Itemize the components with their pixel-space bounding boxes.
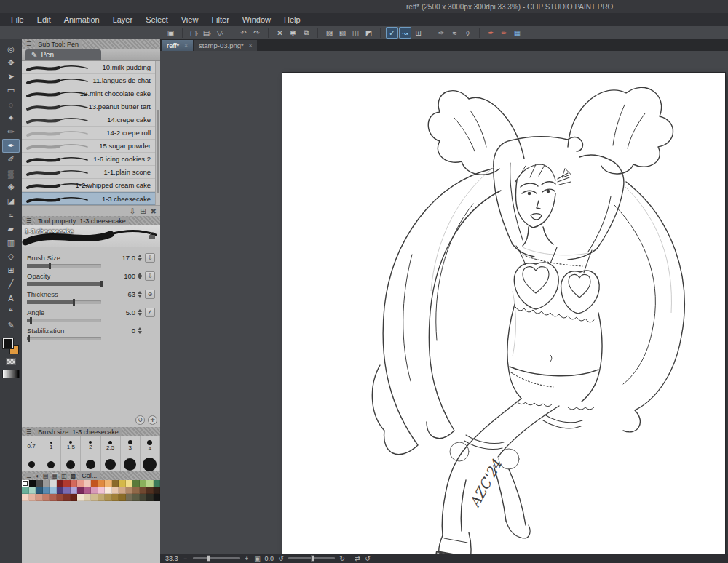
selection-tool[interactable]: ▭ — [2, 84, 20, 97]
param-angle-slider[interactable] — [27, 319, 101, 322]
dropdown-caret-icon[interactable]: ▾ — [221, 31, 223, 36]
detail-settings-button[interactable]: ✛ — [148, 415, 157, 425]
brush-size-option[interactable] — [121, 455, 141, 471]
menu-file[interactable]: File — [4, 13, 31, 26]
correct-line-width-button[interactable]: ✑ — [435, 27, 448, 39]
brush-size-option[interactable]: 4 — [141, 436, 160, 455]
brush-item[interactable]: 12.mint chocolate cake — [22, 87, 160, 100]
param-angle-option-button[interactable]: ∠ — [145, 308, 155, 317]
brush-size-option[interactable]: 0.7 — [22, 436, 41, 455]
color-swatch[interactable] — [36, 480, 43, 487]
color-swatch[interactable] — [36, 494, 43, 501]
brush-size-option[interactable]: 3 — [121, 436, 141, 455]
airbrush-tool[interactable]: ▒ — [2, 167, 20, 180]
color-swatch[interactable] — [63, 480, 71, 487]
restore-defaults-button[interactable]: ↺ — [135, 415, 145, 425]
menu-edit[interactable]: Edit — [31, 13, 58, 26]
panel-menu-icon[interactable]: ☰ — [25, 41, 33, 47]
invert-selection-button[interactable]: ◫ — [349, 27, 362, 39]
fill-tool[interactable]: ▰ — [2, 222, 20, 236]
color-swatch[interactable] — [126, 480, 133, 487]
color-swatch[interactable] — [132, 480, 140, 487]
scrollbar-thumb[interactable] — [157, 110, 159, 193]
lock-icon[interactable] — [149, 235, 155, 239]
brush-item[interactable]: 15.sugar powder — [22, 140, 160, 153]
color-swatch[interactable] — [91, 494, 98, 501]
param-value[interactable]: 63 — [114, 290, 135, 298]
color-swatch[interactable] — [105, 494, 112, 501]
color-swatch[interactable] — [119, 494, 126, 501]
color-swatch[interactable] — [91, 487, 98, 495]
color-swatch[interactable] — [63, 487, 71, 495]
select-area-button[interactable]: ▨ — [323, 27, 336, 39]
flip-horizontal-button[interactable]: ⇄ — [354, 555, 361, 562]
redo-button[interactable]: ↷ — [250, 27, 263, 39]
brush-tool[interactable]: ✐ — [2, 153, 20, 167]
slider-thumb[interactable] — [100, 281, 103, 287]
figure-tool[interactable]: ◇ — [2, 249, 20, 263]
brush-size-option[interactable] — [61, 455, 81, 471]
zoom-out-button[interactable]: − — [182, 555, 189, 562]
color-swatch[interactable] — [22, 480, 29, 487]
color-wheel-tab[interactable]: ◐ — [35, 473, 40, 479]
color-swatch[interactable] — [126, 487, 133, 495]
param-thickness-option-button[interactable]: ⊘ — [145, 290, 155, 299]
zoom-slider-thumb[interactable] — [207, 555, 210, 562]
scale-rotate-button[interactable]: ⧉ — [300, 27, 312, 39]
param-opacity-slider[interactable] — [27, 282, 101, 286]
color-set-tab[interactable]: ▦ — [52, 473, 59, 479]
menu-window[interactable]: Window — [236, 13, 277, 26]
color-swatch[interactable] — [112, 494, 119, 501]
panel-menu-icon[interactable]: ☰ — [25, 217, 33, 224]
param-value[interactable]: 5.0 — [114, 308, 135, 316]
color-swatch[interactable] — [77, 494, 84, 501]
undo-button[interactable]: ↶ — [237, 27, 250, 39]
color-swatch[interactable] — [112, 487, 119, 495]
color-slider-tab[interactable]: ▤ — [42, 473, 50, 479]
deselect-button[interactable]: ▧ — [336, 27, 349, 39]
menu-view[interactable]: View — [175, 13, 205, 26]
open-file-button[interactable]: ▤▾ — [201, 27, 213, 39]
fit-screen-button[interactable]: ▣ — [254, 555, 261, 562]
color-swatch[interactable] — [84, 487, 92, 495]
panel-menu-icon[interactable]: ☰ — [25, 473, 33, 479]
brush-item[interactable]: 1-6.icing cookies 2 — [22, 153, 160, 166]
brush-size-option[interactable] — [22, 455, 41, 471]
close-tab-icon[interactable]: × — [184, 42, 188, 49]
color-swatch[interactable] — [77, 480, 84, 487]
brush-item[interactable]: 11.langues de chat — [22, 74, 160, 87]
param-thickness-slider[interactable] — [27, 300, 101, 304]
snap-to-ruler-button[interactable]: ✓ — [386, 27, 398, 39]
param-stabilization-slider[interactable] — [27, 337, 101, 340]
slider-thumb[interactable] — [30, 317, 32, 324]
color-swatch[interactable] — [43, 487, 50, 495]
color-swatch[interactable] — [22, 494, 29, 501]
vector-eraser-button[interactable]: ◊ — [462, 27, 474, 39]
snap-to-grid-button[interactable]: ⊞ — [412, 27, 424, 39]
color-swatch[interactable] — [77, 487, 84, 495]
onion-skin-button[interactable]: ▦ — [511, 27, 523, 39]
mask-pen-button[interactable]: ✒ — [485, 27, 497, 39]
import-subtool-button[interactable]: ⇩ — [130, 207, 135, 215]
color-swatch[interactable] — [29, 487, 36, 495]
balloon-tool[interactable]: ❝ — [2, 305, 20, 319]
color-swatch[interactable] — [43, 480, 50, 487]
mask-eraser-button[interactable]: ✏ — [498, 27, 510, 39]
dropdown-caret-icon[interactable]: ▾ — [196, 31, 198, 36]
pencil-tool[interactable]: ✏ — [2, 125, 20, 139]
zoom-tool[interactable]: ◎ — [2, 42, 20, 56]
color-swatch[interactable] — [105, 487, 112, 495]
brush-size-option[interactable] — [41, 455, 61, 471]
color-swatch[interactable] — [132, 487, 140, 495]
param-value[interactable]: 0 — [114, 327, 135, 335]
main-menu-button[interactable]: ▣ — [165, 27, 177, 39]
transparent-color-swatch[interactable] — [6, 358, 16, 365]
color-swatch[interactable] — [119, 480, 126, 487]
gradient-tool[interactable]: ▥ — [2, 236, 20, 249]
color-swatch[interactable] — [84, 494, 92, 501]
color-swatch[interactable] — [22, 487, 29, 495]
param-opacity-option-button[interactable]: ⇩ — [145, 271, 155, 281]
color-swatch[interactable] — [71, 487, 78, 495]
approx-color-tab[interactable]: ▩ — [70, 473, 77, 479]
canvas-page[interactable]: AZC'24 — [282, 73, 725, 554]
